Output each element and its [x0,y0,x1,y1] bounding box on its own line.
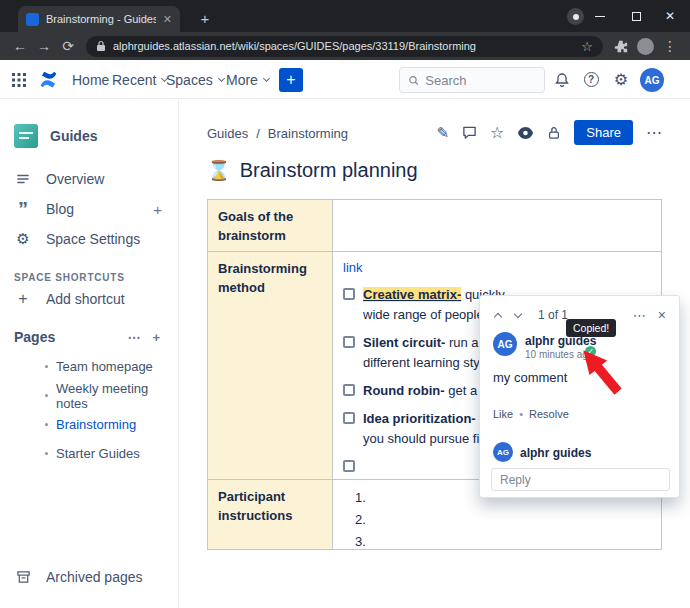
prev-comment-icon[interactable] [494,312,502,320]
question-mark-icon: ? [584,72,599,87]
window-close-button[interactable]: ✕ [652,1,688,31]
like-button[interactable]: Like [493,408,513,420]
search-input[interactable] [425,73,536,88]
watch-icon[interactable] [517,126,534,140]
table-header-cell[interactable]: Participant instructions [208,480,333,549]
add-blog-icon[interactable]: + [153,201,162,218]
sidebar-item-pages[interactable]: Pages ⋯ + [0,322,178,352]
nav-more[interactable]: More [226,60,269,99]
tab-close-icon[interactable]: ✕ [163,13,172,26]
bookmark-star-icon[interactable]: ☆ [581,39,593,54]
window-maximize-button[interactable] [618,1,654,31]
overview-lines-icon [14,172,32,186]
archived-pages-button[interactable]: Archived pages [0,562,178,592]
share-button[interactable]: Share [574,120,633,145]
reply-input[interactable] [491,468,670,491]
gear-icon: ⚙ [14,230,32,248]
app-switcher-icon[interactable] [12,60,26,99]
cell-link[interactable]: link [343,259,363,277]
numbered-list-item: 3. [343,531,651,549]
add-page-icon[interactable]: + [152,330,160,345]
chevron-down-icon [218,74,225,81]
media-dot-icon [573,14,579,20]
sidebar-item-label: Overview [46,171,104,187]
task-line2: you should pursue first [363,429,495,449]
help-icon[interactable]: ? [579,60,603,99]
archive-box-icon [14,570,32,584]
space-header[interactable]: Guides [0,99,178,164]
next-comment-icon[interactable] [514,309,522,317]
breadcrumb-space-link[interactable]: Guides [207,126,248,141]
reply-author-name: alphr guides [520,446,591,460]
sidebar-item-blog[interactable]: ” Blog + [0,194,178,224]
maximize-icon [632,12,641,21]
highlighted-term[interactable]: Creative matrix- [363,287,461,302]
comment-more-icon[interactable]: ⋯ [633,308,646,323]
table-header-cell[interactable]: Goals of the brainstorm [208,200,333,252]
search-icon [408,74,419,87]
sidebar-item-overview[interactable]: Overview [0,164,178,194]
screen: { "colors": { "accent": "#0052CC", "high… [0,0,690,608]
new-tab-button[interactable]: + [193,6,217,30]
extensions-icon[interactable] [609,34,633,58]
window-minimize-button[interactable] [582,1,618,31]
edit-icon[interactable]: ✎ [436,124,449,142]
bullet-icon [45,394,48,397]
task-checkbox[interactable] [343,412,355,424]
breadcrumb-current[interactable]: Brainstorming [268,126,348,141]
space-name: Guides [50,128,97,144]
sidebar-item-space-settings[interactable]: ⚙ Space Settings [0,224,178,254]
add-shortcut-button[interactable]: + Add shortcut [0,284,178,314]
user-avatar[interactable]: AG [640,68,664,92]
page-title-text: Brainstorm planning [240,159,418,182]
copied-tooltip: Copied! [566,319,616,337]
pages-more-icon[interactable]: ⋯ [127,330,140,345]
add-shortcut-label: Add shortcut [46,291,125,307]
sidebar-page-starter-guides[interactable]: Starter Guides [0,439,178,468]
table-cell-empty[interactable] [333,200,661,252]
task-checkbox[interactable] [343,384,355,396]
bullet-icon [45,365,48,368]
refresh-button[interactable]: ⟳ [56,34,80,58]
sidebar-page-weekly-meeting-notes[interactable]: Weekly meeting notes [0,381,178,410]
nav-spaces[interactable]: Spaces [166,60,224,99]
browser-profile-avatar[interactable] [637,38,654,55]
task-checkbox[interactable] [343,288,355,300]
more-actions-icon[interactable]: ⋯ [646,123,662,142]
sidebar-page-brainstorming[interactable]: Brainstorming [0,410,178,439]
url-field[interactable]: alphrguides.atlassian.net/wiki/spaces/GU… [86,36,603,57]
task-checkbox[interactable] [343,460,355,472]
nav-home[interactable]: Home [72,60,109,99]
browser-tab[interactable]: Brainstorming - Guides - Conflue ✕ [18,6,180,32]
comment-close-icon[interactable]: × [658,307,666,323]
comments-icon[interactable] [462,125,477,140]
task-checkbox[interactable] [343,336,355,348]
browser-menu-icon[interactable]: ⋮ [658,34,682,58]
forward-button[interactable]: → [32,34,56,58]
pages-label: Pages [14,329,55,345]
resolve-button[interactable]: Resolve [529,408,569,420]
page-actions: ✎ ☆ Share ⋯ [436,120,662,145]
settings-icon[interactable]: ⚙ [609,60,633,99]
confluence-logo[interactable] [38,60,59,99]
numbered-list-item: 2. [343,509,651,531]
sidebar-item-label: Space Settings [46,231,140,247]
notifications-icon[interactable] [550,60,574,99]
grid-icon [12,73,26,87]
restrictions-lock-icon[interactable] [547,125,561,140]
bullet-icon [45,452,48,455]
back-button[interactable]: ← [8,34,32,58]
archived-pages-label: Archived pages [46,569,143,585]
star-icon[interactable]: ☆ [490,123,504,142]
search-box[interactable] [399,67,545,93]
lock-icon [96,40,106,52]
minimize-icon [595,16,605,17]
breadcrumb-separator: / [256,126,260,141]
nav-recent[interactable]: Recent [112,60,167,99]
comment-text: my comment [493,370,567,385]
create-button[interactable]: + [279,68,303,92]
chevron-down-icon [263,74,270,81]
plus-icon: + [14,290,32,308]
table-header-cell[interactable]: Brainstorming method [208,252,333,480]
sidebar-page-team-homepage[interactable]: Team homepage [0,352,178,381]
